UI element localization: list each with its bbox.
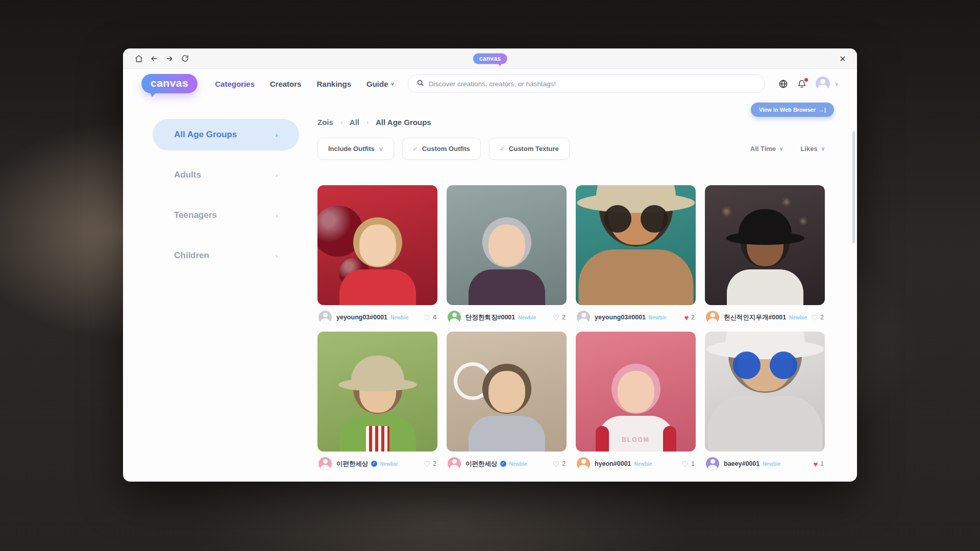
- like-icon[interactable]: ♡: [811, 314, 818, 321]
- hat: [596, 185, 676, 204]
- custom-outfits-filter[interactable]: ✓ Custom Outfits: [402, 138, 481, 160]
- like-icon[interactable]: ♥: [813, 460, 818, 468]
- user-name[interactable]: hyeon#0001: [595, 460, 631, 467]
- avatar-figure: [458, 207, 555, 305]
- like-icon[interactable]: ♡: [682, 460, 689, 468]
- user-name[interactable]: 이편한세상: [336, 460, 369, 468]
- chevron-down-icon[interactable]: ∨: [835, 81, 839, 87]
- nav-link-rankings[interactable]: Rankings: [316, 80, 351, 88]
- like-icon[interactable]: ♥: [684, 314, 689, 321]
- avatar-head: [488, 371, 525, 413]
- like-count: 2: [820, 314, 824, 321]
- titlebar: canvas ✕: [123, 48, 857, 69]
- like-count: 1: [820, 460, 824, 467]
- card-footer: 헌신적인지우개#0001 ✓ Newbie ♡ 2: [705, 305, 825, 330]
- avatar-body: [727, 269, 803, 305]
- user-name[interactable]: yeyoung03#0001: [595, 314, 646, 321]
- refresh-icon[interactable]: [177, 52, 192, 66]
- creation-image[interactable]: [705, 185, 825, 305]
- sidebar-item-children[interactable]: Children›: [153, 240, 299, 271]
- card-footer: hyeon#0001 ✓ Newbie ♡ 1: [576, 452, 696, 476]
- user-avatar[interactable]: [318, 457, 332, 470]
- check-icon: ✓: [413, 145, 418, 153]
- user-badge: Newbie: [518, 315, 536, 320]
- user-avatar[interactable]: [448, 311, 461, 324]
- search-input[interactable]: [429, 80, 756, 88]
- avatar-body: [469, 269, 545, 305]
- sidebar-item-teenagers[interactable]: Teenagers›: [153, 199, 299, 231]
- time-filter-dropdown[interactable]: All Time ∨: [750, 145, 783, 153]
- breadcrumb-zois[interactable]: Zois: [317, 118, 333, 127]
- creation-image[interactable]: [447, 332, 567, 452]
- avatar-figure: [458, 354, 555, 452]
- hat: [351, 356, 404, 385]
- user-avatar[interactable]: [577, 311, 590, 324]
- popcorn-prop: [366, 426, 389, 452]
- close-icon[interactable]: ✕: [836, 52, 850, 66]
- avatar-body: [339, 269, 416, 305]
- sidebar-item-all-age-groups[interactable]: All Age Groups›: [153, 119, 299, 151]
- verified-icon: ✓: [500, 461, 506, 467]
- user-badge: Newbie: [509, 461, 527, 467]
- user-name[interactable]: 단정한회장#0001: [465, 313, 515, 322]
- nav-link-categories[interactable]: Categories: [215, 80, 255, 88]
- creation-image[interactable]: BLOOM: [576, 332, 696, 452]
- sunglasses: [730, 352, 800, 379]
- bell-icon[interactable]: [797, 79, 806, 89]
- home-icon[interactable]: [131, 52, 146, 66]
- filter-row: Include Outfits ∨ ✓ Custom Outfits ✓ Cus…: [317, 138, 825, 160]
- nav-link-guide[interactable]: Guide∨: [366, 80, 395, 88]
- creation-card: yeyoung03#0001 ✓ Newbie ♡ 4: [317, 185, 437, 330]
- user-badge: Newbie: [380, 461, 398, 467]
- user-badge: Newbie: [649, 315, 667, 320]
- creation-image[interactable]: [317, 185, 437, 305]
- forward-icon[interactable]: [162, 52, 177, 66]
- back-icon[interactable]: [146, 52, 162, 66]
- user-badge: Newbie: [390, 315, 408, 320]
- avatar-head: [359, 224, 396, 266]
- notification-dot: [803, 77, 809, 83]
- creation-image[interactable]: [576, 185, 696, 305]
- nav-link-creators[interactable]: Creators: [270, 80, 302, 88]
- user-badge: Newbie: [763, 461, 780, 467]
- sidebar-item-adults[interactable]: Adults›: [153, 159, 299, 191]
- user-avatar[interactable]: [706, 457, 719, 470]
- globe-icon[interactable]: [778, 79, 788, 89]
- creation-image[interactable]: [447, 185, 567, 305]
- like-icon[interactable]: ♡: [424, 460, 430, 468]
- user-avatar[interactable]: [448, 457, 461, 470]
- user-avatar[interactable]: [577, 457, 590, 470]
- avatar-figure: [576, 185, 696, 305]
- breadcrumb-all[interactable]: All: [350, 118, 359, 127]
- user-name[interactable]: 이편한세상: [465, 460, 498, 468]
- creation-image[interactable]: [317, 332, 437, 452]
- avatar-figure: [329, 354, 426, 452]
- sort-by-dropdown[interactable]: Likes ∨: [800, 145, 825, 153]
- user-name[interactable]: yeyoung03#0001: [336, 314, 387, 321]
- card-footer: 단정한회장#0001 ✓ Newbie ♡ 2: [447, 305, 567, 330]
- chevron-down-icon: ∨: [379, 145, 383, 153]
- view-in-web-browser-button[interactable]: View in Web Browser →|: [751, 103, 834, 117]
- user-badge: Newbie: [789, 315, 807, 320]
- user-name[interactable]: 헌신적인지우개#0001: [724, 313, 786, 322]
- like-icon[interactable]: ♡: [553, 460, 559, 468]
- like-icon[interactable]: ♡: [424, 314, 430, 321]
- like-icon[interactable]: ♡: [553, 314, 559, 321]
- profile-avatar[interactable]: [816, 77, 830, 91]
- sunglasses: [601, 205, 671, 233]
- avatar[interactable]: [816, 77, 830, 91]
- avatar-head: [618, 371, 654, 413]
- user-name[interactable]: baeey#0001: [724, 460, 760, 467]
- include-outfits-filter[interactable]: Include Outfits ∨: [317, 138, 394, 160]
- creation-card: 헌신적인지우개#0001 ✓ Newbie ♡ 2: [705, 185, 825, 330]
- creation-card: baeey#0001 ✓ Newbie ♥ 1: [705, 332, 825, 476]
- user-avatar[interactable]: [318, 311, 332, 324]
- scrollbar[interactable]: [852, 131, 855, 243]
- search-bar[interactable]: [408, 74, 765, 93]
- shirt-text: BLOOM: [587, 436, 684, 443]
- user-avatar[interactable]: [706, 311, 719, 324]
- creation-image[interactable]: [705, 332, 825, 452]
- canvas-logo[interactable]: canvas: [141, 74, 198, 93]
- custom-texture-filter[interactable]: ✓ Custom Texture: [489, 138, 570, 160]
- like-count: 2: [691, 314, 695, 321]
